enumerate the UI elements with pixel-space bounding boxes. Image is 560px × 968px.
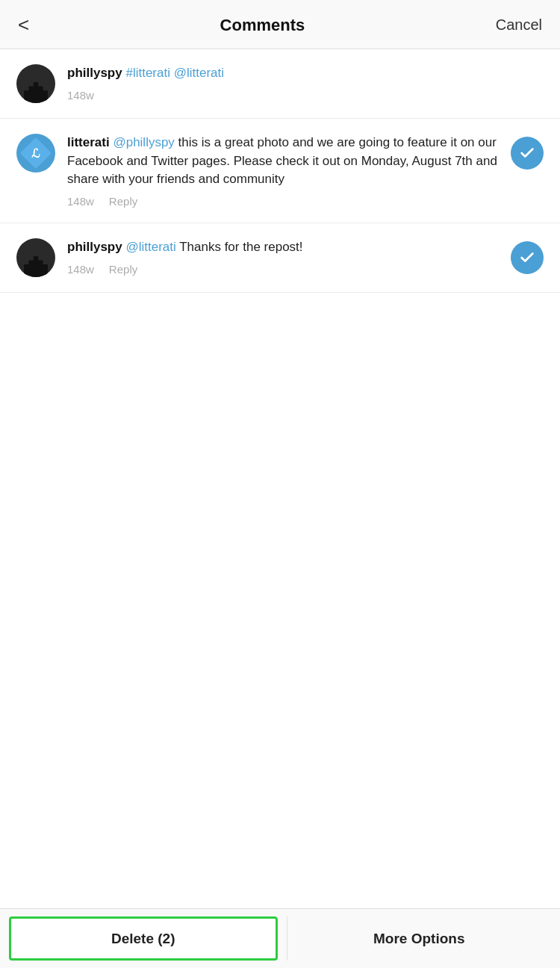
comment-item-1: phillyspy #litterati @litterati 148w <box>0 49 560 119</box>
checkmark-button-2[interactable] <box>511 137 544 170</box>
page-title: Comments <box>220 16 305 35</box>
comment-author-3[interactable]: phillyspy <box>67 240 122 254</box>
checkmark-icon-3 <box>519 249 535 266</box>
bottom-bar: Delete (2) More Options <box>0 908 560 968</box>
comments-list: phillyspy #litterati @litterati 148w ℒ l… <box>0 49 560 908</box>
comment-meta-1: 148w <box>67 89 544 102</box>
comment-text-2: litterati @phillyspy this is a great pho… <box>67 134 500 189</box>
comment-content-2: litterati @phillyspy this is a great pho… <box>67 134 500 208</box>
reply-button-2[interactable]: Reply <box>109 195 137 208</box>
comments-header: < Comments Cancel <box>0 0 560 49</box>
comment-meta-2: 148w Reply <box>67 195 500 208</box>
comment-body-3: Thanks for the repost! <box>179 240 302 254</box>
comment-item-2: ℒ litterati @phillyspy this is a great p… <box>0 119 560 223</box>
avatar-phillyspy-3 <box>16 238 55 277</box>
comment-mention-1[interactable]: @litterati <box>174 66 224 80</box>
comment-text-1: phillyspy #litterati @litterati <box>67 64 544 83</box>
comment-content-3: phillyspy @litterati Thanks for the repo… <box>67 238 500 276</box>
comment-meta-3: 148w Reply <box>67 263 500 276</box>
avatar-phillyspy-1 <box>16 64 55 103</box>
comment-text-3: phillyspy @litterati Thanks for the repo… <box>67 238 500 257</box>
comment-time-2: 148w <box>67 195 94 208</box>
comment-mention-3[interactable]: @litterati <box>125 240 175 254</box>
comment-content-1: phillyspy #litterati @litterati 148w <box>67 64 544 102</box>
checkmark-icon-2 <box>519 145 535 161</box>
litterati-diamond-icon: ℒ <box>20 137 52 169</box>
cancel-button[interactable]: Cancel <box>496 16 542 34</box>
delete-button[interactable]: Delete (2) <box>9 916 278 961</box>
comment-hashtag-1[interactable]: #litterati <box>125 66 170 80</box>
avatar-litterati-2: ℒ <box>16 134 55 173</box>
comment-time-1: 148w <box>67 89 94 102</box>
comment-time-3: 148w <box>67 263 94 276</box>
back-button[interactable]: < <box>18 13 29 37</box>
more-options-button[interactable]: More Options <box>287 916 552 961</box>
reply-button-3[interactable]: Reply <box>109 263 137 276</box>
checkmark-button-3[interactable] <box>511 241 544 274</box>
comment-author-1[interactable]: phillyspy <box>67 66 122 80</box>
comment-author-2[interactable]: litterati <box>67 135 110 149</box>
comment-mention-2[interactable]: @phillyspy <box>113 135 174 149</box>
comment-item-3: phillyspy @litterati Thanks for the repo… <box>0 223 560 293</box>
